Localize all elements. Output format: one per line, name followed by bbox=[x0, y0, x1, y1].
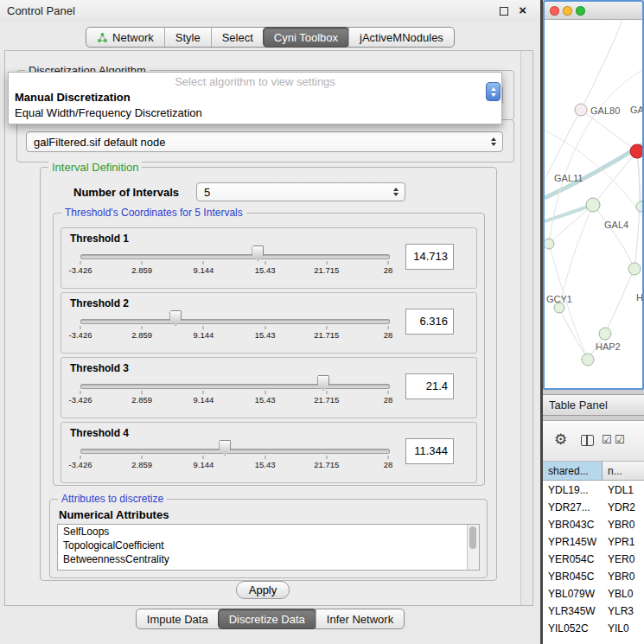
tick-label: 2.859 bbox=[131, 330, 152, 340]
network-edge[interactable] bbox=[559, 205, 593, 308]
interval-definition-title: Interval Definition bbox=[48, 161, 142, 174]
table-cell: YPR145W bbox=[543, 532, 603, 550]
network-node[interactable] bbox=[630, 144, 642, 158]
table-data-combo[interactable]: galFiltered.sif default node bbox=[26, 131, 503, 152]
attributes-scrollbar[interactable] bbox=[467, 525, 479, 570]
table-row[interactable]: YIL052CYIL0 bbox=[543, 619, 644, 636]
select-all-checkbox-icon[interactable]: ☑ bbox=[602, 433, 612, 446]
table-settings-gear-icon[interactable]: ⚙ bbox=[554, 432, 567, 447]
tick-mark bbox=[80, 261, 81, 265]
table-row[interactable]: YDL19...YDL1 bbox=[543, 481, 644, 498]
table-row[interactable]: YPR145WYPR1 bbox=[543, 532, 644, 550]
network-node[interactable] bbox=[628, 263, 641, 275]
bottom-tab-infer-network[interactable]: Infer Network bbox=[316, 609, 404, 628]
slider-track[interactable] bbox=[80, 254, 390, 259]
tab-label: Impute Data bbox=[147, 613, 208, 626]
tick-mark bbox=[326, 391, 327, 394]
tab-select[interactable]: Select bbox=[211, 28, 264, 47]
zoom-traffic-light-icon[interactable] bbox=[576, 6, 585, 16]
slider-track[interactable] bbox=[80, 449, 390, 454]
slider-track[interactable] bbox=[80, 384, 390, 389]
tick-mark bbox=[326, 456, 327, 459]
control-panel-titlebar: Control Panel × bbox=[0, 0, 540, 22]
network-edge[interactable] bbox=[581, 20, 622, 110]
threshold-panel: Threshold 2 -3.4262.8599.14415.4321.7152… bbox=[61, 292, 477, 354]
bottom-tabbar: Impute DataDiscretize DataInfer Network bbox=[0, 609, 540, 629]
network-node-label: H bbox=[636, 292, 642, 303]
table-row[interactable]: YLR345WYLR3 bbox=[543, 602, 644, 619]
algorithm-option[interactable]: Manual Discretization bbox=[9, 90, 501, 105]
network-node-label: GAL11 bbox=[554, 173, 583, 183]
tab-network[interactable]: Network bbox=[86, 28, 164, 47]
tab-jactivemnodules[interactable]: jActiveMNodules bbox=[348, 28, 454, 47]
network-edge[interactable] bbox=[581, 110, 637, 151]
table-cell: YDL19... bbox=[543, 481, 603, 498]
network-edge[interactable] bbox=[545, 144, 642, 198]
network-node[interactable] bbox=[599, 328, 611, 340]
select-column-checkbox-icon[interactable]: ☑ bbox=[615, 433, 625, 446]
tab-style[interactable]: Style bbox=[164, 28, 211, 47]
network-node[interactable] bbox=[575, 104, 587, 116]
attribute-list-item[interactable]: BetweennessCentrality bbox=[58, 552, 479, 566]
float-panel-icon[interactable] bbox=[500, 7, 508, 16]
network-node-label: GA bbox=[630, 105, 642, 115]
table-cell: YBR043C bbox=[543, 515, 603, 532]
table-cell: YBR045C bbox=[543, 567, 603, 584]
close-panel-icon[interactable]: × bbox=[519, 3, 526, 18]
tab-cyni-toolbox[interactable]: Cyni Toolbox bbox=[263, 27, 349, 48]
network-edge[interactable] bbox=[593, 205, 634, 269]
tick-mark bbox=[265, 261, 265, 265]
slider-track[interactable] bbox=[80, 319, 390, 324]
network-window-titlebar[interactable] bbox=[545, 2, 642, 20]
tick-label: 21.715 bbox=[314, 395, 339, 405]
network-node[interactable] bbox=[545, 239, 554, 249]
table-cell: YPR1 bbox=[603, 532, 644, 550]
tab-label: Cyni Toolbox bbox=[274, 31, 338, 44]
tick-mark bbox=[388, 261, 389, 265]
table-row[interactable]: YBR045CYBR0 bbox=[543, 567, 644, 584]
algorithm-combo-stepper[interactable] bbox=[486, 82, 501, 101]
threshold-value-field[interactable]: 11.344 bbox=[405, 438, 454, 464]
tab-label: Select bbox=[222, 31, 253, 44]
network-edge[interactable] bbox=[605, 269, 634, 334]
column-header-name[interactable]: n... bbox=[603, 462, 644, 481]
num-intervals-combo[interactable]: 5 bbox=[196, 182, 405, 201]
table-cell: YDL1 bbox=[603, 481, 644, 498]
network-node-label: HAP2 bbox=[596, 341, 621, 352]
network-canvas[interactable]: GAL80GAGAL11GAL4GCY1HHAP2 bbox=[545, 20, 642, 388]
bottom-tab-impute-data[interactable]: Impute Data bbox=[137, 609, 219, 628]
threshold-panel: Threshold 1 -3.4262.8599.14415.4321.7152… bbox=[61, 227, 477, 289]
table-panel-window: ⚙ ☑ ☑ shared... n... YDL19...YDL1YDR27..… bbox=[543, 420, 644, 644]
algorithm-option[interactable]: Equal Width/Frequency Discretization bbox=[9, 105, 501, 121]
panel-scrollbar[interactable] bbox=[520, 51, 532, 605]
network-node[interactable] bbox=[636, 201, 642, 212]
network-edge[interactable] bbox=[545, 205, 593, 221]
tick-label: -3.426 bbox=[69, 395, 92, 405]
scrollbar-thumb[interactable] bbox=[469, 526, 476, 549]
network-edge[interactable] bbox=[545, 110, 581, 180]
table-row[interactable]: YBR043CYBR0 bbox=[543, 515, 644, 532]
minimize-traffic-light-icon[interactable] bbox=[563, 6, 572, 16]
algorithm-placeholder-option[interactable]: Select algorithm to view settings bbox=[9, 73, 501, 90]
network-edge[interactable] bbox=[559, 308, 588, 360]
control-panel: Control Panel × NetworkStyleSelectCyni T… bbox=[0, 0, 540, 644]
threshold-value-field[interactable]: 14.713 bbox=[405, 244, 454, 270]
attribute-list-item[interactable]: SelfLoops bbox=[58, 525, 479, 539]
table-row[interactable]: YER054CYER0 bbox=[543, 550, 644, 567]
threshold-value-field[interactable]: 6.316 bbox=[405, 309, 454, 335]
column-header-shared-name[interactable]: shared... bbox=[543, 462, 603, 481]
threshold-value-field[interactable]: 21.4 bbox=[405, 373, 454, 399]
bottom-tab-discretize-data[interactable]: Discretize Data bbox=[218, 609, 316, 629]
apply-button[interactable]: Apply bbox=[236, 581, 290, 599]
tick-mark bbox=[80, 456, 81, 459]
table-row[interactable]: YBL079WYBL0 bbox=[543, 584, 644, 602]
network-node[interactable] bbox=[582, 354, 594, 366]
table-row[interactable]: YDR27...YDR2 bbox=[543, 498, 644, 515]
show-columns-icon[interactable] bbox=[581, 435, 594, 446]
close-traffic-light-icon[interactable] bbox=[550, 6, 559, 16]
network-node[interactable] bbox=[586, 198, 600, 212]
attributes-items: SelfLoopsTopologicalCoefficientBetweenne… bbox=[58, 525, 479, 566]
network-edge[interactable] bbox=[549, 70, 642, 244]
attributes-list[interactable]: SelfLoopsTopologicalCoefficientBetweenne… bbox=[57, 524, 480, 571]
attribute-list-item[interactable]: TopologicalCoefficient bbox=[58, 539, 479, 552]
